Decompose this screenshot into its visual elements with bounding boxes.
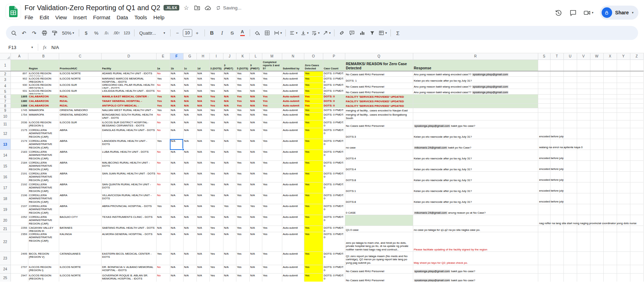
column-header[interactable]: P	[323, 53, 345, 60]
cell[interactable]: Case Count	[323, 60, 345, 71]
cell[interactable]: Kelan po eto naencode after po ba ng Jul…	[413, 77, 538, 83]
cell[interactable]: No Cases said RHU Personnel	[345, 120, 413, 128]
cell[interactable]: MARIANO MARCOS MEMORIAL HOSPITAL - IDOTS	[101, 77, 156, 83]
row-header[interactable]: 13	[0, 139, 11, 150]
row-header[interactable]: 25	[0, 274, 11, 282]
cell[interactable]: Yes	[236, 161, 249, 172]
column-header[interactable]: L	[249, 53, 262, 60]
cloud-status-icon[interactable]	[204, 4, 212, 12]
cell[interactable]: DOTS: 1	[345, 77, 413, 83]
cell[interactable]: Yes	[304, 108, 323, 113]
cell[interactable]: 3 (DOTS)	[209, 60, 223, 71]
cell[interactable]: DOTS: 0 PMDT: 0	[323, 99, 345, 104]
cell[interactable]: Yes	[236, 150, 249, 161]
cell[interactable]: Yes	[223, 204, 236, 215]
cell[interactable]	[617, 83, 630, 89]
cell[interactable]	[563, 104, 577, 108]
cell[interactable]: 2036	[11, 120, 28, 128]
cell[interactable]: CORDILLERA ADMINISTRATIVE REGION (CAR)	[28, 172, 59, 182]
cell[interactable]: merging of facility.. cases encoded to N…	[345, 108, 413, 113]
row-header[interactable]: 7	[0, 99, 11, 104]
cell[interactable]: spsalonga.pbsp@gmail.com bakit ppo No ca…	[413, 274, 538, 282]
cell[interactable]	[538, 120, 550, 128]
cell[interactable]: Auto-submit	[282, 89, 304, 95]
cell[interactable]: Yes	[236, 120, 249, 128]
cell[interactable]	[538, 60, 550, 71]
cell[interactable]: N/A	[196, 95, 209, 99]
cell[interactable]: N/A	[249, 226, 262, 232]
cell[interactable]: N/A	[183, 89, 196, 95]
cell[interactable]: No Cases said RHU Personnel	[345, 83, 413, 89]
email-chip[interactable]: mikomariz.24@gmail.com	[414, 146, 448, 149]
cell[interactable]	[577, 182, 590, 193]
cell[interactable]	[617, 161, 630, 172]
cell[interactable]: N/A	[196, 83, 209, 89]
cell[interactable]: N/A	[183, 83, 196, 89]
cell[interactable]: ABRA PROVINCIAL HOSPITAL - DOTS	[101, 204, 156, 215]
row-header[interactable]: 16	[0, 172, 11, 182]
cell[interactable]	[550, 113, 563, 120]
document-title[interactable]: For Validation-Zero Reporting of Q1 and …	[25, 4, 160, 12]
cell[interactable]: Yes	[236, 172, 249, 182]
cell[interactable]	[550, 71, 563, 77]
merge-cells-button[interactable]: ▾	[272, 28, 284, 38]
cell[interactable]	[590, 113, 603, 120]
cell[interactable]: Yes	[304, 204, 323, 215]
cell[interactable]: 2495	[11, 252, 28, 265]
cell[interactable]: FACILITY 'SERVICES PROVIDED' UPDATED	[345, 99, 413, 104]
paint-format-button[interactable]	[49, 28, 60, 38]
row-header[interactable]: 8	[0, 104, 11, 108]
cell[interactable]: Yes	[209, 71, 223, 77]
cell[interactable]: N/A	[170, 108, 183, 113]
cell[interactable]: encoded before july	[538, 193, 550, 204]
cell[interactable]	[630, 83, 643, 89]
cell[interactable]	[538, 113, 550, 120]
cell[interactable]: Yes	[262, 274, 282, 282]
cell[interactable]: DOTS: 0 PMDT: 0	[323, 89, 345, 95]
cell[interactable]: TANAY GENERAL HOSPITAL - REFERRING	[101, 99, 156, 104]
cell[interactable]: ILOCOS SUR	[59, 120, 101, 128]
cell[interactable]	[617, 150, 630, 161]
cell[interactable]	[617, 104, 630, 108]
cell[interactable]: N/A	[196, 71, 209, 77]
cell[interactable]: ILOCOS NORTE	[59, 71, 101, 77]
cell[interactable]	[563, 95, 577, 99]
cell[interactable]: DOTS: 0 PMDT: 0	[323, 215, 345, 226]
cell[interactable]: ABRA	[59, 204, 101, 215]
cell[interactable]: N/A	[223, 182, 236, 193]
cell[interactable]	[617, 172, 630, 182]
cell[interactable]	[550, 60, 563, 71]
cell[interactable]	[630, 172, 643, 182]
cell[interactable]	[413, 99, 538, 104]
share-dropdown-icon[interactable]: ▾	[632, 11, 633, 14]
cell[interactable]: Q1:0 case	[345, 226, 413, 232]
cell[interactable]	[413, 113, 538, 120]
cell[interactable]: Auto-submit	[282, 139, 304, 150]
cell[interactable]: N/A	[170, 232, 183, 252]
cell[interactable]: N/A	[183, 99, 196, 104]
cell[interactable]: Yes	[236, 104, 249, 108]
cell[interactable]: Yes	[304, 232, 323, 252]
cell[interactable]: No	[156, 265, 170, 274]
cell[interactable]: N/A	[196, 89, 209, 95]
column-header[interactable]: R	[413, 53, 538, 60]
row-header[interactable]: 23	[0, 252, 11, 265]
cell[interactable]: No	[156, 172, 170, 182]
meet-button[interactable]: ▾	[583, 9, 594, 16]
cell[interactable]	[630, 71, 643, 77]
email-chip[interactable]: spsalonga.pbsp@gmail.com	[472, 73, 509, 76]
cell[interactable]: N/A	[170, 83, 183, 89]
cell[interactable]: MANILA EAST MEDICAL CENTER - REFERRING	[101, 95, 156, 99]
cell[interactable]: Yes	[156, 139, 170, 150]
font-select[interactable]: Quattr... ▾	[137, 28, 168, 38]
email-chip[interactable]: spsalonga.pbsp@gmail.com	[414, 124, 451, 127]
menu-format[interactable]: Format	[90, 14, 113, 21]
cell[interactable]: GOVERNOR ROQUE B. ABLAN SR. MEMORIAL HOS…	[101, 274, 156, 282]
cell[interactable]: N/A	[249, 193, 262, 204]
cell[interactable]: N/A	[249, 83, 262, 89]
cell[interactable]: zero po talaga to mam che, and hindi po …	[345, 232, 413, 252]
cell[interactable]	[413, 108, 538, 113]
cell[interactable]: Yes	[209, 139, 223, 150]
cell[interactable]	[603, 83, 617, 89]
cell[interactable]	[590, 89, 603, 95]
